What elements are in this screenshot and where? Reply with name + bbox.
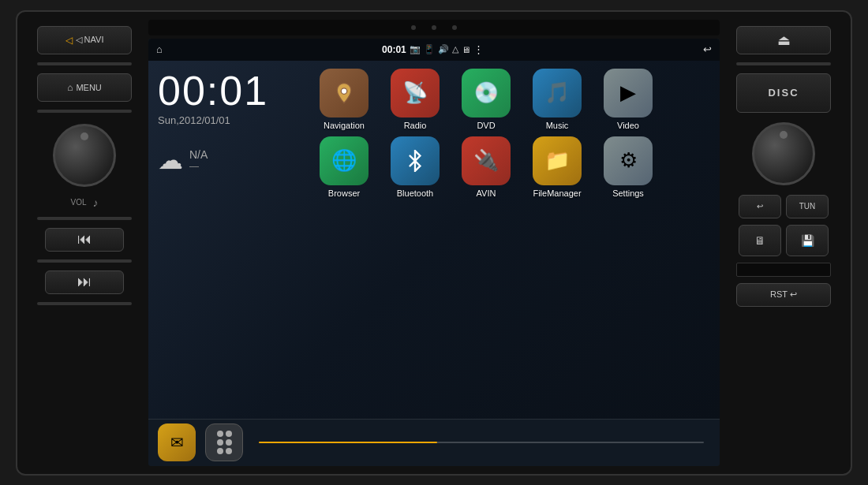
app-label-settings: Settings xyxy=(612,188,644,198)
weather-info: N/A — xyxy=(189,148,208,172)
cloud-icon: ☁ xyxy=(158,145,183,175)
status-time: 00:01 xyxy=(382,44,406,55)
app-label-music: Music xyxy=(546,121,569,130)
slot-line-5 xyxy=(37,302,132,305)
app-icon-video[interactable]: ▶Video xyxy=(597,69,660,130)
back-tun-row: ↩ TUN xyxy=(739,195,829,218)
email-dock-icon: ✉ xyxy=(170,433,184,452)
app-row-2: 🌐BrowserBluetooth🔌AVIN📁FileManager⚙Setti… xyxy=(312,136,713,198)
phone-status-icon: 📱 xyxy=(424,44,435,54)
prev-button[interactable]: ⏮ xyxy=(45,228,124,252)
eject-button[interactable]: ⏏ xyxy=(736,26,831,54)
back-button[interactable]: ↩ xyxy=(739,195,781,218)
tuning-knob[interactable] xyxy=(752,122,815,185)
app-label-avin: AVIN xyxy=(477,188,496,198)
screen-icon: 🖥 xyxy=(754,234,765,247)
app-icon-bg-browser: 🌐 xyxy=(320,136,369,185)
rst-button[interactable]: RST ↩ xyxy=(736,283,831,307)
next-icon: ⏭ xyxy=(77,274,92,290)
home-status-icon[interactable]: ⌂ xyxy=(156,43,163,55)
bottom-dock: ✉ xyxy=(148,419,720,466)
slot-dot-2 xyxy=(432,25,436,30)
android-screen: ⌂ 00:01 📷 📱 🔊 △ 🖥 ⋮ ↩ xyxy=(148,39,720,466)
app-icon-bg-music: 🎵 xyxy=(533,69,582,118)
back-icon: ↩ xyxy=(757,202,763,211)
app-label-radio: Radio xyxy=(404,121,427,130)
dock-page-indicator xyxy=(259,442,704,443)
car-head-unit: ◁ ◁ NAVI ⌂ MENU VOL ♪ ⏮ ⏭ xyxy=(16,10,852,476)
sd-button[interactable]: 💾 xyxy=(786,225,829,256)
app-icon-settings[interactable]: ⚙Settings xyxy=(597,136,660,198)
dock-email-button[interactable]: ✉ xyxy=(158,423,196,461)
left-info-panel: 00:01 Sun,2012/01/01 ☁ N/A — xyxy=(148,61,306,419)
app-label-browser: Browser xyxy=(328,188,360,198)
slot-line-4 xyxy=(37,259,132,263)
app-icon-avin[interactable]: 🔌AVIN xyxy=(455,136,518,198)
status-bar-center: 00:01 📷 📱 🔊 △ 🖥 ⋮ xyxy=(382,43,484,55)
home-icon-sm: ⌂ xyxy=(67,82,73,93)
dock-apps-button[interactable] xyxy=(205,423,243,461)
slot-line-top xyxy=(37,62,132,65)
app-label-dvd: DVD xyxy=(477,121,495,130)
app-icon-bluetooth[interactable]: Bluetooth xyxy=(383,136,447,198)
speaker-icon: ♪ xyxy=(93,196,99,209)
navi-button[interactable]: ◁ ◁ NAVI xyxy=(37,26,132,54)
weather-desc: — xyxy=(189,161,208,172)
triangle-status-icon: △ xyxy=(452,44,458,54)
app-icon-navigation[interactable]: Navigation xyxy=(312,69,376,130)
icon-button-row: 🖥 💾 xyxy=(739,225,829,256)
app-icon-browser[interactable]: 🌐Browser xyxy=(312,136,376,198)
left-panel: ◁ ◁ NAVI ⌂ MENU VOL ♪ ⏮ ⏭ xyxy=(25,20,144,466)
app-icon-radio[interactable]: 📡Radio xyxy=(383,69,447,130)
volume-status-icon: 🔊 xyxy=(438,44,449,54)
clock-display: 00:01 xyxy=(158,70,297,111)
top-slot xyxy=(148,20,720,35)
slot-line-2 xyxy=(37,110,132,113)
eject-icon: ⏏ xyxy=(777,32,791,49)
app-icon-bg-dvd: 💿 xyxy=(462,69,511,118)
right-panel: ⏏ DISC ↩ TUN 🖥 💾 RST ↩ xyxy=(724,20,843,466)
back-status-icon[interactable]: ↩ xyxy=(703,43,712,55)
card-slot xyxy=(736,263,831,277)
menu-dots-icon[interactable]: ⋮ xyxy=(473,43,484,55)
sd-icon: 💾 xyxy=(801,234,814,247)
menu-button[interactable]: ⌂ MENU xyxy=(37,73,132,102)
status-bar: ⌂ 00:01 📷 📱 🔊 △ 🖥 ⋮ ↩ xyxy=(148,39,720,61)
screen-container: ⌂ 00:01 📷 📱 🔊 △ 🖥 ⋮ ↩ xyxy=(148,20,720,466)
status-bar-left: ⌂ xyxy=(156,43,163,55)
app-icon-bg-video: ▶ xyxy=(604,69,653,118)
app-icon-filemanager[interactable]: 📁FileManager xyxy=(526,136,589,198)
app-icon-bg-filemanager: 📁 xyxy=(533,136,582,185)
app-icon-music[interactable]: 🎵Music xyxy=(526,69,589,130)
next-button[interactable]: ⏭ xyxy=(45,270,124,294)
app-icon-bg-navigation xyxy=(320,69,369,118)
weather-widget: ☁ N/A — xyxy=(158,145,297,175)
screen-button[interactable]: 🖥 xyxy=(739,225,781,256)
tun-label: TUN xyxy=(799,202,816,211)
app-label-bluetooth: Bluetooth xyxy=(397,188,433,198)
tun-button[interactable]: TUN xyxy=(786,195,829,218)
camera-status-icon: 📷 xyxy=(410,44,421,54)
rst-label: RST ↩ xyxy=(770,289,797,300)
slot-dot-1 xyxy=(411,25,416,30)
menu-label: MENU xyxy=(76,83,101,92)
app-icon-bg-settings: ⚙ xyxy=(604,136,653,185)
app-icon-dvd[interactable]: 💿DVD xyxy=(455,69,518,130)
main-content: 00:01 Sun,2012/01/01 ☁ N/A — Navigation📡… xyxy=(148,61,720,419)
vol-label: VOL xyxy=(70,198,86,207)
vol-row: VOL ♪ xyxy=(70,196,98,209)
disc-button[interactable]: DISC xyxy=(736,73,831,113)
volume-knob[interactable] xyxy=(53,124,116,187)
prev-icon: ⏮ xyxy=(77,231,92,248)
navi-label: ◁ NAVI xyxy=(76,35,104,45)
right-slot-1 xyxy=(736,62,831,65)
app-icon-bg-bluetooth xyxy=(391,136,440,185)
slot-line-3 xyxy=(37,217,132,220)
slot-dot-3 xyxy=(452,25,457,30)
app-label-video: Video xyxy=(617,121,639,130)
app-icon-bg-radio: 📡 xyxy=(391,69,440,118)
date-display: Sun,2012/01/01 xyxy=(158,114,297,126)
app-icon-bg-avin: 🔌 xyxy=(462,136,511,185)
screen-status-icon: 🖥 xyxy=(462,45,470,54)
disc-label: DISC xyxy=(768,87,799,99)
